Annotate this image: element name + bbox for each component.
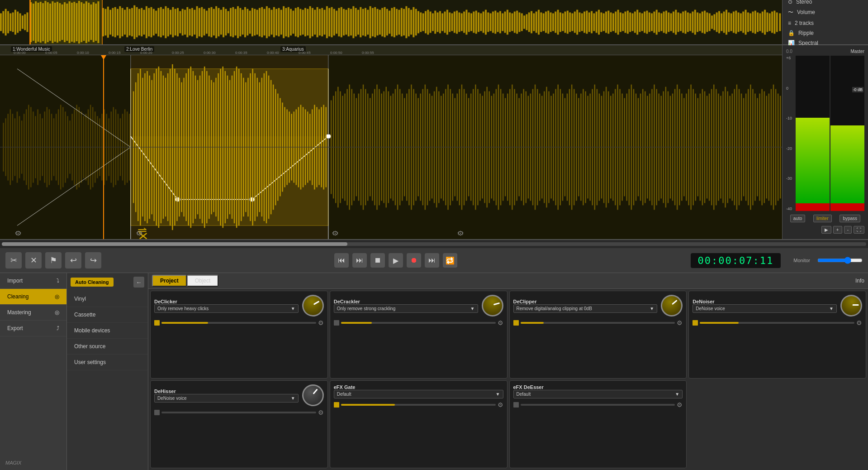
decrackler-preset[interactable]: Only remove strong crackling ▼ bbox=[334, 304, 478, 313]
prev-button[interactable]: ⏭ bbox=[352, 253, 367, 268]
volume-option[interactable]: 〜 Volume bbox=[788, 7, 863, 18]
limiter-button[interactable]: limiter bbox=[813, 215, 832, 222]
scrollbar-track[interactable] bbox=[2, 242, 866, 246]
flag-tool-button[interactable]: ⚑ bbox=[45, 252, 62, 269]
svg-rect-68 bbox=[165, 6, 166, 38]
efxgate-gear-button[interactable]: ⚙ bbox=[498, 401, 503, 408]
efxgate-preset-label: Default bbox=[337, 392, 351, 397]
tab-object[interactable]: Object bbox=[187, 275, 219, 287]
play-mini-btn[interactable]: ▶ bbox=[821, 226, 831, 234]
loop-button[interactable]: 🔁 bbox=[443, 253, 457, 268]
cleaning-menu-vinyl[interactable]: Vinyl bbox=[67, 291, 148, 307]
track-waveform[interactable]: ✕ ⇌ bbox=[0, 55, 782, 239]
magix-logo: MAGIX bbox=[0, 456, 66, 470]
rewind-to-start-button[interactable]: ⏮ bbox=[334, 253, 349, 268]
denoiser-knob[interactable] bbox=[836, 291, 866, 321]
vu-green-left bbox=[796, 118, 830, 203]
cleaning-menu-other[interactable]: Other source bbox=[67, 339, 148, 355]
record-button[interactable]: ⏺ bbox=[407, 253, 421, 268]
close-tool-button[interactable]: ✕ bbox=[25, 252, 42, 269]
cut-tool-button[interactable]: ✂ bbox=[5, 252, 22, 269]
svg-rect-97 bbox=[235, 9, 237, 36]
monitor-slider[interactable] bbox=[817, 257, 863, 264]
dehisser-knob[interactable] bbox=[300, 383, 326, 408]
timeline-main[interactable]: 1:Wonderful Music 2:Love Berlin 3:Aquari… bbox=[0, 45, 782, 239]
svg-rect-62 bbox=[151, 7, 152, 38]
dehisser-preset[interactable]: DeNoise voice ▼ bbox=[154, 394, 299, 403]
transport-controls: ⏮ ⏭ ⏹ ▶ ⏺ ⏭ 🔁 bbox=[105, 253, 687, 268]
tab-project[interactable]: Project bbox=[152, 275, 187, 287]
stop-button[interactable]: ⏹ bbox=[370, 253, 385, 268]
denoiser-slider[interactable] bbox=[700, 322, 854, 324]
svg-rect-260 bbox=[627, 11, 629, 34]
declicker-gear-button[interactable]: ⚙ bbox=[318, 319, 324, 326]
svg-rect-204 bbox=[492, 11, 494, 33]
submenu-back-button[interactable]: ← bbox=[133, 277, 144, 288]
svg-rect-224 bbox=[540, 12, 542, 32]
cleaning-menu-mobile[interactable]: Mobile devices bbox=[67, 323, 148, 339]
cleaning-menu-cassette[interactable]: Cassette bbox=[67, 307, 148, 323]
redo-button[interactable]: ↪ bbox=[85, 252, 101, 269]
timeline-scrollbar[interactable] bbox=[0, 240, 868, 248]
efxdeesser-gear-button[interactable]: ⚙ bbox=[677, 401, 683, 408]
efxdeesser-preset[interactable]: Default ▼ bbox=[513, 390, 683, 398]
sidebar-item-import[interactable]: Import ⤵ bbox=[0, 273, 66, 289]
svg-rect-114 bbox=[275, 9, 277, 36]
efxdeesser-slider[interactable] bbox=[521, 404, 675, 406]
denoiser-gear-button[interactable]: ⚙ bbox=[856, 319, 862, 326]
efxgate-slider[interactable] bbox=[341, 404, 496, 406]
declicker-knob[interactable] bbox=[298, 291, 328, 321]
svg-rect-198 bbox=[478, 12, 479, 32]
stereo-option[interactable]: ⊙ Stereo bbox=[788, 0, 863, 7]
svg-rect-181 bbox=[437, 12, 439, 32]
decrackler-gear-button[interactable]: ⚙ bbox=[498, 319, 503, 326]
undo-button[interactable]: ↩ bbox=[65, 252, 81, 269]
declicker-preset[interactable]: Only remove heavy clicks ▼ bbox=[154, 304, 299, 313]
overview-waveform[interactable] bbox=[0, 0, 782, 44]
svg-rect-237 bbox=[572, 13, 574, 31]
declipper-slider[interactable] bbox=[521, 322, 675, 324]
efxgate-preset[interactable]: Default ▼ bbox=[334, 390, 503, 398]
ripple-option[interactable]: 🔒 Ripple bbox=[788, 28, 863, 38]
zoom-in-btn[interactable]: + bbox=[833, 226, 842, 234]
svg-rect-308 bbox=[742, 11, 744, 33]
denoiser-preset[interactable]: DeNoise voice ▼ bbox=[693, 304, 837, 313]
svg-rect-50 bbox=[122, 8, 123, 37]
auto-button[interactable]: auto bbox=[790, 215, 805, 222]
svg-rect-246 bbox=[593, 13, 595, 31]
svg-rect-306 bbox=[738, 12, 740, 32]
declipper-preset[interactable]: Remove digital/analog clipping at 0dB ▼ bbox=[513, 304, 658, 313]
play-button[interactable]: ▶ bbox=[389, 253, 403, 268]
dehisser-preset-label: DeNoise voice bbox=[157, 396, 186, 401]
zoom-out-btn[interactable]: - bbox=[844, 226, 852, 234]
sidebar-item-mastering[interactable]: Mastering ◎ bbox=[0, 305, 66, 321]
svg-rect-53 bbox=[129, 9, 131, 36]
svg-rect-309 bbox=[745, 10, 747, 35]
sidebar-item-cleaning[interactable]: Cleaning ◎ bbox=[0, 289, 66, 305]
svg-rect-64 bbox=[155, 11, 157, 34]
next-button[interactable]: ⏭ bbox=[425, 253, 439, 268]
svg-rect-166 bbox=[401, 8, 403, 37]
decrackler-slider[interactable] bbox=[341, 322, 496, 324]
dehisser-slider[interactable] bbox=[161, 412, 316, 413]
bypass-button[interactable]: bypass bbox=[840, 215, 860, 222]
auto-cleaning-button[interactable]: Auto Cleaning bbox=[71, 278, 114, 287]
fullscreen-btn[interactable]: ⛶ bbox=[854, 226, 864, 234]
svg-rect-236 bbox=[569, 12, 571, 32]
declicker-slider[interactable] bbox=[161, 322, 316, 324]
svg-rect-152 bbox=[367, 10, 369, 35]
cleaning-menu-user[interactable]: User settings bbox=[67, 355, 148, 370]
dehisser-gear-button[interactable]: ⚙ bbox=[318, 409, 324, 416]
declipper-knob[interactable] bbox=[658, 292, 686, 320]
svg-rect-310 bbox=[747, 12, 749, 32]
svg-rect-169 bbox=[408, 8, 410, 37]
tracks-option[interactable]: ≡ 2 tracks bbox=[788, 18, 863, 28]
scrollbar-thumb[interactable] bbox=[2, 242, 347, 246]
decrackler-enable-indicator bbox=[334, 320, 339, 326]
timeline-ruler: 1:Wonderful Music 2:Love Berlin 3:Aquari… bbox=[0, 45, 782, 55]
info-button[interactable]: Info bbox=[855, 278, 864, 284]
sidebar-item-export[interactable]: Export ⤴ bbox=[0, 321, 66, 336]
declipper-gear-button[interactable]: ⚙ bbox=[677, 319, 683, 326]
decrackler-knob[interactable] bbox=[477, 290, 508, 321]
svg-rect-6 bbox=[12, 12, 14, 32]
